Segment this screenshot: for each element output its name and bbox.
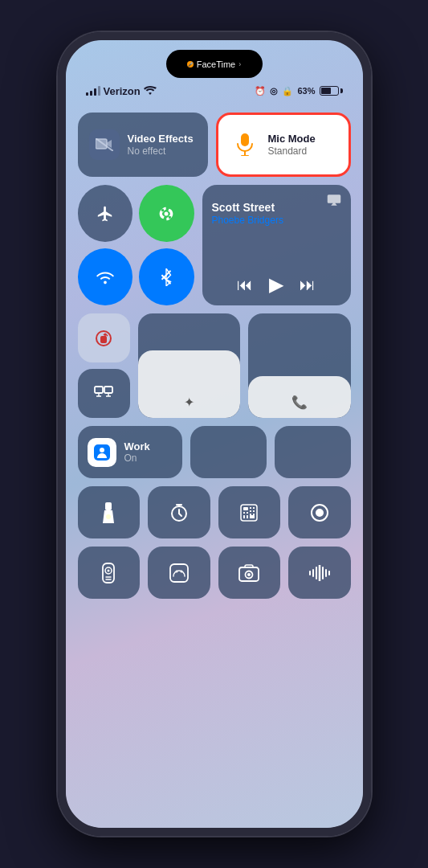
screen-rotation-lock-button[interactable] — [78, 313, 130, 362]
top-row: Video Effects No effect Mic — [78, 113, 351, 177]
airplay-icon — [327, 193, 341, 210]
video-effects-tile[interactable]: Video Effects No effect — [78, 113, 208, 177]
svg-point-48 — [247, 573, 251, 576]
mic-mode-tile[interactable]: Mic Mode Standard — [216, 113, 351, 177]
timer-button[interactable] — [148, 486, 210, 538]
svg-point-16 — [100, 448, 104, 452]
sound-recognition-button[interactable] — [288, 547, 351, 599]
svg-rect-26 — [253, 510, 255, 512]
screen-mirror-button[interactable] — [78, 369, 130, 418]
calculator-button[interactable] — [218, 486, 281, 538]
flashlight-icon — [101, 502, 116, 523]
music-artist: Phoebe Bridgers — [212, 215, 341, 226]
work-badge-icon — [93, 444, 111, 461]
svg-rect-22 — [243, 507, 248, 510]
svg-rect-31 — [243, 515, 245, 517]
rotation-lock-icon — [94, 329, 113, 348]
airplane-mode-button[interactable] — [78, 185, 133, 242]
status-bar: Verizon ⏰ ◎ 🔒 63% — [66, 84, 363, 97]
volume-slider[interactable]: 📞 — [248, 313, 351, 418]
svg-rect-27 — [243, 512, 245, 514]
calculator-icon — [240, 504, 258, 522]
dark-tile-2[interactable] — [275, 426, 351, 478]
controls-row: Scott Street Phoebe Bridgers ⏮ ▶ ⏭ — [78, 185, 351, 305]
music-controls: ⏮ ▶ ⏭ — [212, 273, 341, 296]
svg-point-40 — [108, 569, 110, 571]
screen-record-button[interactable] — [288, 486, 351, 538]
svg-rect-34 — [247, 517, 248, 518]
record-icon — [310, 503, 329, 522]
screen-mirror-icon — [94, 386, 113, 402]
bluetooth-button[interactable] — [139, 248, 194, 305]
facetime-dot: 🎤 — [187, 61, 194, 68]
svg-rect-9 — [95, 387, 103, 393]
video-effects-subtitle: No effect — [128, 145, 194, 157]
svg-rect-25 — [250, 510, 251, 512]
cellular-icon — [158, 206, 174, 222]
brightness-icon: ✦ — [184, 395, 194, 410]
wifi-button[interactable] — [78, 248, 133, 305]
work-text: Work On — [124, 440, 150, 464]
svg-rect-23 — [250, 507, 251, 509]
phone-frame: 🎤 FaceTime › Verizon — [58, 32, 371, 836]
svg-rect-24 — [253, 507, 255, 509]
brightness-slider[interactable]: ✦ — [138, 313, 241, 418]
icon-row-1 — [78, 486, 351, 538]
fast-forward-button[interactable]: ⏭ — [300, 276, 316, 294]
memoji-button[interactable] — [148, 547, 210, 599]
volume-icon: 📞 — [291, 395, 308, 410]
work-title: Work — [124, 440, 150, 452]
microphone-icon — [236, 133, 254, 156]
bluetooth-icon — [159, 268, 173, 286]
svg-point-37 — [316, 510, 323, 516]
battery-indicator — [320, 86, 343, 96]
signal-bars — [86, 86, 100, 96]
video-effects-icon-wrapper — [89, 129, 120, 160]
svg-rect-17 — [105, 502, 112, 510]
svg-rect-29 — [250, 514, 251, 515]
soundwave-icon — [309, 565, 330, 581]
wifi-icon — [96, 270, 114, 285]
camera-button[interactable] — [218, 547, 281, 599]
svg-point-8 — [103, 338, 104, 340]
svg-rect-35 — [250, 515, 255, 518]
cellular-data-button[interactable] — [139, 185, 194, 242]
svg-rect-28 — [247, 512, 248, 514]
airplane-icon — [96, 205, 114, 223]
control-center-content: Video Effects No effect Mic — [78, 113, 351, 812]
apple-tv-remote-button[interactable] — [78, 547, 141, 599]
fourth-row: Work On — [78, 426, 351, 478]
mic-mode-subtitle: Standard — [268, 145, 316, 157]
facetime-label: FaceTime — [197, 59, 236, 69]
flashlight-button[interactable] — [78, 486, 141, 538]
lock-icon: 🔒 — [282, 86, 293, 96]
left-grid — [78, 185, 194, 305]
svg-rect-0 — [96, 139, 107, 149]
svg-point-19 — [106, 514, 111, 519]
svg-rect-2 — [241, 133, 249, 146]
work-on-tile[interactable]: Work On — [78, 426, 182, 478]
music-title: Scott Street — [212, 201, 341, 215]
dark-tile-1[interactable] — [190, 426, 267, 478]
play-button[interactable]: ▶ — [269, 273, 283, 296]
video-camera-icon — [96, 138, 113, 151]
svg-rect-32 — [247, 515, 248, 517]
camera-icon — [238, 564, 259, 582]
carrier-name: Verizon — [104, 85, 141, 97]
location-icon: ◎ — [270, 86, 278, 96]
video-effects-text: Video Effects No effect — [128, 133, 194, 157]
airplay-icon-svg — [327, 193, 341, 207]
remote-icon — [102, 563, 115, 583]
dynamic-island[interactable]: 🎤 FaceTime › — [166, 50, 263, 78]
rewind-button[interactable]: ⏮ — [237, 276, 253, 294]
mic-mode-title: Mic Mode — [268, 133, 316, 145]
music-info: Scott Street Phoebe Bridgers — [212, 201, 341, 226]
alarm-icon: ⏰ — [255, 86, 266, 96]
mic-mode-text: Mic Mode Standard — [268, 133, 316, 157]
svg-rect-30 — [253, 514, 255, 515]
status-right: ⏰ ◎ 🔒 63% — [255, 86, 342, 96]
music-tile[interactable]: Scott Street Phoebe Bridgers ⏮ ▶ ⏭ — [202, 185, 351, 305]
svg-point-45 — [180, 570, 182, 572]
work-subtitle: On — [124, 452, 150, 464]
battery-percent: 63% — [297, 86, 315, 96]
